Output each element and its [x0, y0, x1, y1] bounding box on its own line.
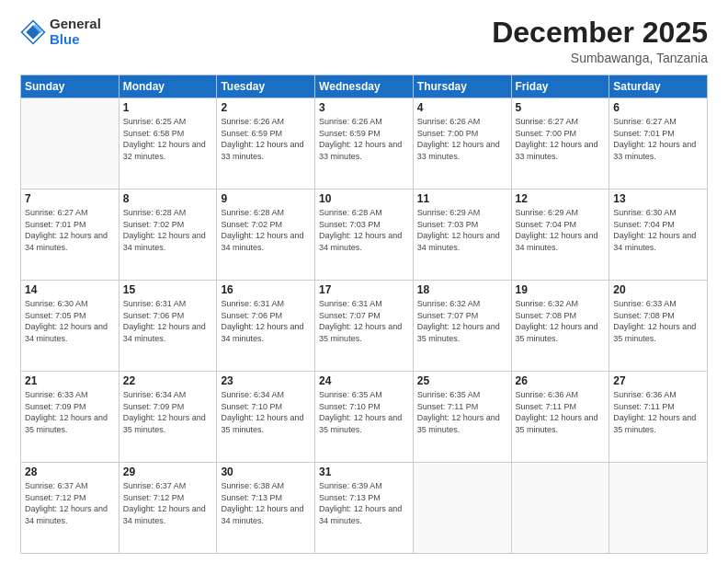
day-number: 22: [123, 374, 213, 387]
day-cell: [511, 463, 609, 554]
day-number: 20: [613, 283, 703, 296]
header: General Blue December 2025 Sumbawanga, T…: [20, 17, 708, 65]
day-cell: 22 Sunrise: 6:34 AM Sunset: 7:09 PM Dayl…: [119, 372, 217, 463]
day-cell: 19 Sunrise: 6:32 AM Sunset: 7:08 PM Dayl…: [511, 281, 609, 372]
week-row-2: 7 Sunrise: 6:27 AM Sunset: 7:01 PM Dayli…: [21, 190, 708, 281]
day-number: 25: [417, 374, 507, 387]
weekday-header-friday: Friday: [511, 75, 609, 98]
day-cell: 6 Sunrise: 6:27 AM Sunset: 7:01 PM Dayli…: [609, 98, 708, 190]
logo-icon: [20, 19, 46, 45]
day-number: 15: [123, 283, 213, 296]
day-cell: 17 Sunrise: 6:31 AM Sunset: 7:07 PM Dayl…: [315, 281, 414, 372]
day-number: 14: [25, 283, 115, 296]
day-cell: 2 Sunrise: 6:26 AM Sunset: 6:59 PM Dayli…: [217, 98, 315, 190]
week-row-4: 21 Sunrise: 6:33 AM Sunset: 7:09 PM Dayl…: [21, 372, 708, 463]
weekday-header-saturday: Saturday: [609, 75, 708, 98]
week-row-1: 1 Sunrise: 6:25 AM Sunset: 6:58 PM Dayli…: [21, 98, 708, 190]
day-cell: [609, 463, 708, 554]
day-number: 2: [221, 101, 311, 114]
day-info: Sunrise: 6:35 AM Sunset: 7:11 PM Dayligh…: [417, 389, 507, 435]
day-number: 26: [516, 374, 606, 387]
weekday-header-thursday: Thursday: [413, 75, 511, 98]
day-number: 21: [25, 374, 115, 387]
day-number: 5: [516, 101, 606, 114]
day-info: Sunrise: 6:32 AM Sunset: 7:08 PM Dayligh…: [516, 298, 606, 344]
day-cell: 11 Sunrise: 6:29 AM Sunset: 7:03 PM Dayl…: [413, 190, 511, 281]
day-info: Sunrise: 6:27 AM Sunset: 7:01 PM Dayligh…: [25, 207, 115, 253]
day-number: 16: [221, 283, 311, 296]
day-info: Sunrise: 6:34 AM Sunset: 7:10 PM Dayligh…: [221, 389, 311, 435]
logo-text: General Blue: [50, 17, 101, 47]
day-info: Sunrise: 6:31 AM Sunset: 7:06 PM Dayligh…: [221, 298, 311, 344]
calendar-body: 1 Sunrise: 6:25 AM Sunset: 6:58 PM Dayli…: [21, 98, 708, 554]
calendar-table: SundayMondayTuesdayWednesdayThursdayFrid…: [20, 75, 708, 554]
day-info: Sunrise: 6:28 AM Sunset: 7:02 PM Dayligh…: [221, 207, 311, 253]
logo-general: General: [50, 16, 101, 31]
calendar-header: SundayMondayTuesdayWednesdayThursdayFrid…: [21, 75, 708, 98]
day-info: Sunrise: 6:36 AM Sunset: 7:11 PM Dayligh…: [516, 389, 606, 435]
day-info: Sunrise: 6:27 AM Sunset: 7:01 PM Dayligh…: [613, 116, 703, 162]
day-info: Sunrise: 6:36 AM Sunset: 7:11 PM Dayligh…: [613, 389, 703, 435]
day-cell: 30 Sunrise: 6:38 AM Sunset: 7:13 PM Dayl…: [217, 463, 315, 554]
weekday-row: SundayMondayTuesdayWednesdayThursdayFrid…: [21, 75, 708, 98]
day-cell: 5 Sunrise: 6:27 AM Sunset: 7:00 PM Dayli…: [511, 98, 609, 190]
day-info: Sunrise: 6:35 AM Sunset: 7:10 PM Dayligh…: [319, 389, 409, 435]
weekday-header-monday: Monday: [119, 75, 217, 98]
day-number: 19: [516, 283, 606, 296]
day-number: 27: [613, 374, 703, 387]
day-info: Sunrise: 6:37 AM Sunset: 7:12 PM Dayligh…: [123, 480, 213, 526]
day-info: Sunrise: 6:25 AM Sunset: 6:58 PM Dayligh…: [123, 116, 213, 162]
day-cell: [21, 98, 119, 190]
day-number: 6: [613, 101, 703, 114]
day-cell: 13 Sunrise: 6:30 AM Sunset: 7:04 PM Dayl…: [609, 190, 708, 281]
day-number: 11: [417, 192, 507, 205]
day-number: 10: [319, 192, 409, 205]
weekday-header-sunday: Sunday: [21, 75, 119, 98]
day-number: 12: [516, 192, 606, 205]
day-cell: 10 Sunrise: 6:28 AM Sunset: 7:03 PM Dayl…: [315, 190, 414, 281]
day-cell: [413, 463, 511, 554]
day-cell: 29 Sunrise: 6:37 AM Sunset: 7:12 PM Dayl…: [119, 463, 217, 554]
day-number: 29: [123, 465, 213, 478]
day-info: Sunrise: 6:33 AM Sunset: 7:09 PM Dayligh…: [25, 389, 115, 435]
day-info: Sunrise: 6:26 AM Sunset: 6:59 PM Dayligh…: [221, 116, 311, 162]
day-cell: 12 Sunrise: 6:29 AM Sunset: 7:04 PM Dayl…: [511, 190, 609, 281]
day-info: Sunrise: 6:34 AM Sunset: 7:09 PM Dayligh…: [123, 389, 213, 435]
day-cell: 15 Sunrise: 6:31 AM Sunset: 7:06 PM Dayl…: [119, 281, 217, 372]
page: General Blue December 2025 Sumbawanga, T…: [0, 0, 728, 563]
day-number: 9: [221, 192, 311, 205]
day-info: Sunrise: 6:31 AM Sunset: 7:06 PM Dayligh…: [123, 298, 213, 344]
weekday-header-tuesday: Tuesday: [217, 75, 315, 98]
day-number: 1: [123, 101, 213, 114]
location: Sumbawanga, Tanzania: [492, 51, 708, 65]
day-cell: 4 Sunrise: 6:26 AM Sunset: 7:00 PM Dayli…: [413, 98, 511, 190]
day-cell: 14 Sunrise: 6:30 AM Sunset: 7:05 PM Dayl…: [21, 281, 119, 372]
day-info: Sunrise: 6:28 AM Sunset: 7:03 PM Dayligh…: [319, 207, 409, 253]
day-cell: 20 Sunrise: 6:33 AM Sunset: 7:08 PM Dayl…: [609, 281, 708, 372]
day-cell: 21 Sunrise: 6:33 AM Sunset: 7:09 PM Dayl…: [21, 372, 119, 463]
day-cell: 23 Sunrise: 6:34 AM Sunset: 7:10 PM Dayl…: [217, 372, 315, 463]
day-number: 17: [319, 283, 409, 296]
day-info: Sunrise: 6:33 AM Sunset: 7:08 PM Dayligh…: [613, 298, 703, 344]
day-info: Sunrise: 6:29 AM Sunset: 7:04 PM Dayligh…: [516, 207, 606, 253]
day-cell: 8 Sunrise: 6:28 AM Sunset: 7:02 PM Dayli…: [119, 190, 217, 281]
day-number: 31: [319, 465, 409, 478]
day-info: Sunrise: 6:29 AM Sunset: 7:03 PM Dayligh…: [417, 207, 507, 253]
title-block: December 2025 Sumbawanga, Tanzania: [492, 17, 708, 65]
day-number: 7: [25, 192, 115, 205]
day-number: 4: [417, 101, 507, 114]
day-cell: 27 Sunrise: 6:36 AM Sunset: 7:11 PM Dayl…: [609, 372, 708, 463]
day-info: Sunrise: 6:27 AM Sunset: 7:00 PM Dayligh…: [516, 116, 606, 162]
day-cell: 1 Sunrise: 6:25 AM Sunset: 6:58 PM Dayli…: [119, 98, 217, 190]
day-info: Sunrise: 6:38 AM Sunset: 7:13 PM Dayligh…: [221, 480, 311, 526]
day-cell: 31 Sunrise: 6:39 AM Sunset: 7:13 PM Dayl…: [315, 463, 414, 554]
day-info: Sunrise: 6:30 AM Sunset: 7:04 PM Dayligh…: [613, 207, 703, 253]
day-number: 18: [417, 283, 507, 296]
day-number: 30: [221, 465, 311, 478]
day-number: 8: [123, 192, 213, 205]
day-cell: 7 Sunrise: 6:27 AM Sunset: 7:01 PM Dayli…: [21, 190, 119, 281]
day-info: Sunrise: 6:32 AM Sunset: 7:07 PM Dayligh…: [417, 298, 507, 344]
day-info: Sunrise: 6:30 AM Sunset: 7:05 PM Dayligh…: [25, 298, 115, 344]
day-info: Sunrise: 6:37 AM Sunset: 7:12 PM Dayligh…: [25, 480, 115, 526]
day-number: 24: [319, 374, 409, 387]
